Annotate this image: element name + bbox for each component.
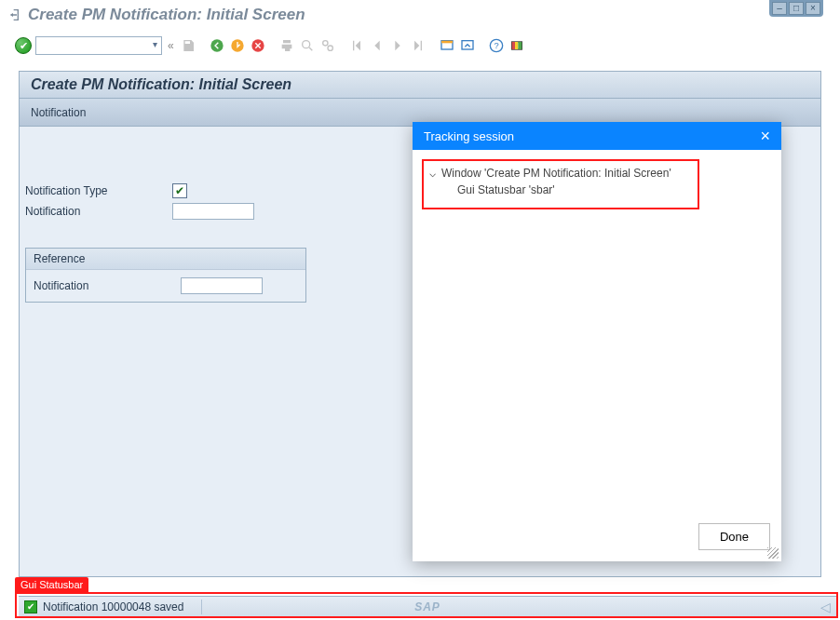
popup-close-button[interactable]: × (760, 127, 770, 146)
ref-notif-label: Notification (34, 279, 173, 292)
history-chevron-icon[interactable]: « (168, 39, 174, 52)
tree-child-label: Gui Statusbar 'sbar' (457, 183, 555, 196)
exit-icon (7, 7, 22, 22)
new-session-icon[interactable] (439, 37, 455, 54)
popup-footer: Done (413, 512, 781, 561)
find-icon (299, 37, 316, 54)
print-icon (278, 37, 295, 54)
notif-type-checkbox[interactable]: ✔ (172, 183, 187, 198)
svg-rect-14 (518, 42, 522, 49)
done-button[interactable]: Done (698, 523, 770, 550)
notif-label: Notification (25, 205, 165, 218)
gui-statusbar: ✔ Notification 10000048 saved SAP ◁ (19, 596, 836, 616)
screen-title: Create PM Notification: Initial Screen (31, 76, 291, 93)
save-icon (180, 37, 196, 54)
svg-text:?: ? (494, 41, 498, 50)
tree-child-item[interactable]: Gui Statusbar 'sbar' (429, 182, 692, 198)
reference-group: Reference Notification (25, 248, 306, 303)
exit-session-icon[interactable] (229, 37, 246, 54)
customize-layout-icon[interactable] (508, 37, 525, 54)
cancel-icon[interactable] (250, 37, 266, 54)
sap-logo: SAP (414, 600, 440, 613)
chevron-down-icon[interactable]: ⌵ (429, 167, 436, 180)
enter-button[interactable]: ✔ (15, 37, 32, 54)
callout-gui-statusbar-label: Gui Statusbar (15, 577, 88, 592)
tracking-session-popup: Tracking session × ⌵ Window 'Create PM N… (413, 122, 781, 561)
tree-root-item[interactable]: ⌵ Window 'Create PM Notification: Initia… (429, 165, 692, 182)
system-toolbar: ✔ « ? (15, 34, 825, 58)
find-next-icon (319, 37, 336, 54)
status-message: Notification 10000048 saved (43, 600, 183, 613)
tree-root-label: Window 'Create PM Notification: Initial … (441, 167, 671, 180)
status-success-icon: ✔ (24, 600, 37, 613)
reference-header: Reference (26, 249, 305, 270)
generate-shortcut-icon[interactable] (459, 37, 476, 54)
window-title: Create PM Notification: Initial Screen (28, 6, 305, 24)
popup-title-bar: Tracking session × (413, 122, 781, 150)
notif-type-label: Notification Type (25, 184, 165, 197)
command-field[interactable] (35, 36, 162, 55)
window-title-bar: Create PM Notification: Initial Screen (7, 6, 833, 24)
svg-point-0 (210, 39, 223, 51)
svg-point-3 (302, 41, 309, 48)
svg-point-4 (322, 41, 327, 46)
ref-notif-input[interactable] (181, 277, 263, 294)
popup-title: Tracking session (424, 129, 514, 143)
screen-title-bar: Create PM Notification: Initial Screen (19, 71, 821, 99)
resize-grip-icon[interactable] (767, 547, 779, 559)
tree-callout-box: ⌵ Window 'Create PM Notification: Initia… (422, 159, 699, 209)
svg-point-5 (328, 46, 332, 50)
notif-input[interactable] (172, 203, 254, 220)
next-page-icon (389, 37, 406, 54)
first-page-icon (348, 37, 365, 54)
statusbar-expand-icon[interactable]: ◁ (820, 600, 831, 614)
last-page-icon (410, 37, 427, 54)
help-icon[interactable]: ? (488, 37, 505, 54)
popup-body: ⌵ Window 'Create PM Notification: Initia… (413, 150, 781, 512)
back-icon[interactable] (209, 37, 225, 54)
prev-page-icon (369, 37, 386, 54)
app-bar-label[interactable]: Notification (31, 106, 86, 119)
sap-gui-window: – □ × Create PM Notification: Initial Sc… (0, 0, 840, 620)
svg-rect-13 (515, 42, 518, 49)
svg-rect-7 (441, 41, 453, 44)
status-separator (201, 600, 202, 614)
svg-rect-12 (511, 42, 514, 49)
